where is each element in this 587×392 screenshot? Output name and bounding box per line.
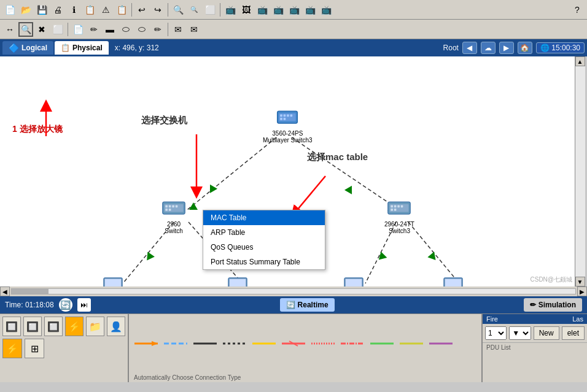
svg-rect-16 (280, 115, 282, 117)
tab-logical[interactable]: 🔷 Logical (2, 41, 53, 55)
device-custom-btn[interactable]: ⚡ (2, 339, 22, 358)
zoom-out-btn[interactable]: 🔍 (187, 2, 201, 17)
time-badge: 🌐 15:00:30 (536, 42, 585, 53)
left-switch-name: 2960 (167, 221, 181, 228)
pc1-node[interactable]: PC-PT PC1 (225, 274, 250, 286)
pdu-controls: 1 ▼ New elet (483, 324, 587, 342)
pc0-node[interactable]: PC-PT PC0 (101, 274, 125, 286)
line-btn[interactable]: ▬ (103, 22, 117, 37)
cable-fiber-btn[interactable] (252, 337, 276, 350)
device-router-btn[interactable]: 🔲 (2, 317, 21, 336)
device-hub-btn[interactable]: 🔲 (44, 317, 63, 336)
view3-btn[interactable]: 📺 (255, 2, 270, 17)
time-play-btn[interactable]: ⏭ (77, 298, 91, 312)
time-reset-btn[interactable]: 🔄 (59, 298, 72, 312)
pdu-new-btn[interactable]: New (534, 326, 559, 340)
tab-physical[interactable]: 📋 Physical (55, 41, 109, 55)
pdu-btn[interactable]: ✉ (171, 22, 185, 37)
zoom-in-btn[interactable]: 🔍 (171, 2, 185, 17)
hscroll-right-btn[interactable]: ▶ (577, 286, 587, 296)
cable-copper-straight-btn[interactable] (193, 337, 217, 350)
cable-usb-btn[interactable] (399, 337, 424, 350)
home-btn[interactable]: 🏠 (518, 42, 532, 54)
rect-btn[interactable]: ⬜ (50, 22, 65, 37)
svg-rect-24 (165, 206, 168, 208)
print-btn[interactable]: 🖨 (50, 2, 65, 17)
pc3-node[interactable]: PC-PT PC3 (441, 274, 465, 286)
left-switch-label: Switch (165, 228, 182, 234)
ellipse-btn[interactable]: ⬭ (119, 22, 133, 37)
cable-phone-btn[interactable] (281, 337, 306, 350)
info-btn[interactable]: ℹ (66, 2, 81, 17)
pdu-num-select[interactable]: 1 (485, 326, 507, 340)
cable-copper-cross-btn[interactable] (222, 337, 247, 350)
help-btn[interactable]: ? (570, 2, 585, 17)
back-btn[interactable]: ◀ (462, 42, 477, 54)
draw-btn[interactable]: ✏ (87, 22, 101, 37)
cloud-btn[interactable]: ☁ (481, 42, 496, 54)
view7-btn[interactable]: 📺 (319, 2, 333, 17)
menu-mac-table[interactable]: MAC Table (203, 210, 325, 225)
scroll-track[interactable] (575, 66, 585, 277)
left-switch-node[interactable]: 2960 Switch (161, 196, 186, 234)
pencil-btn[interactable]: ✏ (150, 22, 165, 37)
clipboard-btn[interactable]: 📋 (82, 2, 97, 17)
zoom-fit-btn[interactable]: ⬜ (203, 2, 217, 17)
cable-octal-btn[interactable] (370, 337, 394, 350)
view2-btn[interactable]: 🖼 (239, 2, 254, 17)
device-switch-btn[interactable]: 🔲 (23, 317, 42, 336)
redo-btn[interactable]: ↪ (150, 2, 165, 17)
cable-serial-btn[interactable] (340, 337, 365, 350)
undo-btn[interactable]: ↩ (134, 2, 149, 17)
select-btn[interactable]: ↔ (2, 22, 17, 37)
right-panel: Fire Las 1 ▼ New elet PDU List (483, 314, 587, 382)
sep1 (131, 3, 132, 17)
view5-btn[interactable]: 📺 (287, 2, 301, 17)
scroll-down-btn[interactable]: ▼ (575, 277, 585, 286)
svg-rect-27 (176, 206, 178, 208)
canvas-container: 3560-24PS Multilayer Switch3 2960 Switch (0, 56, 587, 286)
note-btn[interactable]: 📄 (71, 22, 85, 37)
polygon-btn[interactable]: ⬭ (134, 22, 149, 37)
multilayer-switch-node[interactable]: 3560-24PS Multilayer Switch3 (263, 106, 313, 144)
cable-iot-btn[interactable] (429, 337, 453, 350)
hscroll-track[interactable] (11, 288, 576, 294)
warning-btn[interactable]: ⚠ (98, 2, 113, 17)
clipboard2-btn[interactable]: 📋 (114, 2, 129, 17)
menu-port-status[interactable]: Port Status Summary Table (203, 255, 325, 269)
view4-btn[interactable]: 📺 (271, 2, 286, 17)
view1-btn[interactable]: 📺 (223, 2, 238, 17)
canvas-area[interactable]: 3560-24PS Multilayer Switch3 2960 Switch (0, 56, 575, 286)
pdu-fire-label: Fire (486, 315, 498, 323)
multilayer-switch-icon (275, 106, 300, 130)
cable-console-btn[interactable] (163, 337, 188, 350)
magnifier-btn[interactable]: 🔍 (18, 22, 33, 37)
delete-btn[interactable]: ✖ (34, 22, 49, 37)
device-wireless-btn[interactable]: ⚡ (65, 317, 84, 336)
scroll-up-btn[interactable]: ▲ (575, 56, 585, 66)
hscroll-left-btn[interactable]: ◀ (0, 286, 10, 296)
pdu2-btn[interactable]: ✉ (187, 22, 201, 37)
device-grid-btn[interactable]: ⊞ (25, 339, 44, 358)
left-switch-icon (161, 196, 186, 221)
pdu-delete-btn[interactable]: elet (562, 326, 585, 340)
open-btn[interactable]: 📂 (18, 2, 33, 17)
device-end-btn[interactable]: 👤 (107, 317, 125, 336)
save-btn[interactable]: 💾 (34, 2, 49, 17)
realtime-btn[interactable]: 🔄 Realtime (280, 298, 334, 312)
tab-right: Root ◀ ☁ ▶ 🏠 🌐 15:00:30 (443, 42, 585, 54)
forward-btn[interactable]: ▶ (499, 42, 514, 54)
hscroll-thumb[interactable] (12, 289, 49, 294)
menu-arp-table[interactable]: ARP Table (203, 225, 325, 240)
new-btn[interactable]: 📄 (2, 2, 17, 17)
pdu-type-select[interactable]: ▼ (509, 326, 531, 340)
device-server-btn[interactable]: 📁 (86, 317, 104, 336)
svg-rect-51 (445, 279, 461, 286)
right-switch-node[interactable]: 2960-24TT Switch3 (384, 196, 414, 234)
cable-auto-btn[interactable] (134, 337, 158, 350)
cable-coax-btn[interactable] (311, 337, 335, 350)
view6-btn[interactable]: 📺 (303, 2, 317, 17)
pc2-node[interactable]: PC-PT PC2 (341, 274, 366, 286)
menu-qos-queues[interactable]: QoS Queues (203, 240, 325, 255)
simulation-btn[interactable]: ✏ Simulation (524, 298, 582, 312)
